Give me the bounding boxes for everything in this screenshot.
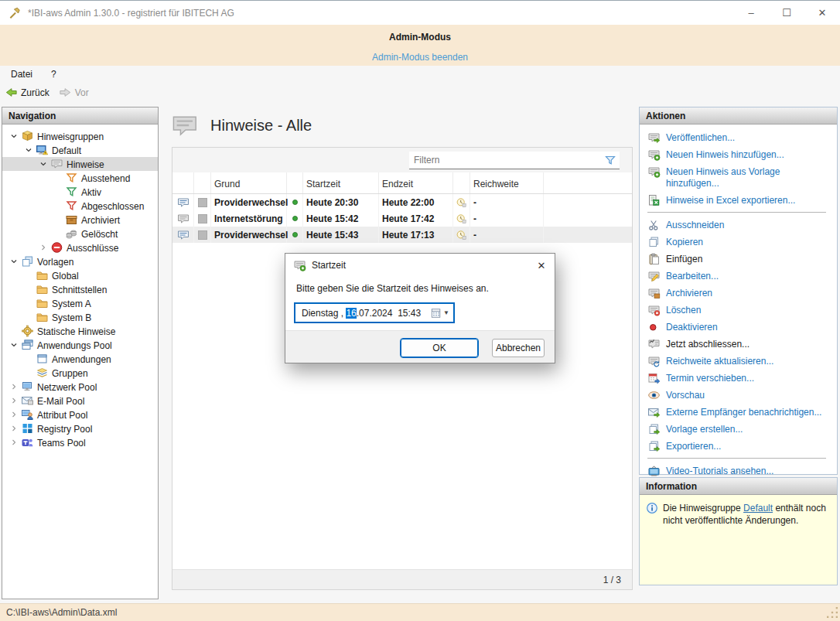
nav-item-statische-hinweise[interactable]: Statische Hinweise bbox=[2, 324, 158, 338]
actions-overflow-indicator[interactable]: ... bbox=[640, 466, 837, 473]
calendar-dropdown[interactable]: ▼ bbox=[431, 308, 453, 319]
resize-grip[interactable] bbox=[827, 607, 838, 618]
action-vorschau[interactable]: Vorschau bbox=[647, 390, 826, 401]
nav-item-system-a[interactable]: System A bbox=[2, 296, 158, 310]
nav-item-gelöscht[interactable]: Gelöscht bbox=[2, 227, 158, 241]
chevron-right-icon[interactable] bbox=[36, 242, 50, 253]
menu-help[interactable]: ? bbox=[42, 66, 66, 83]
actions-list: Veröffentlichen...Neuen Hinweis hinzufüg… bbox=[640, 125, 837, 477]
action-bearbeiten[interactable]: Bearbeiten... bbox=[647, 271, 826, 282]
chevron-down-icon[interactable] bbox=[7, 131, 21, 142]
chevron-down-icon[interactable] bbox=[36, 159, 50, 169]
nav-item-anwendungen[interactable]: Anwendungen bbox=[2, 352, 158, 366]
col-startzeit[interactable]: Startzeit bbox=[303, 172, 379, 193]
default-group-link[interactable]: Default bbox=[743, 503, 773, 514]
nav-item-abgeschlossen[interactable]: Abgeschlossen bbox=[2, 199, 158, 213]
date-selected-part[interactable]: 16 bbox=[346, 308, 356, 319]
minimize-button[interactable]: – bbox=[733, 1, 769, 25]
action-vorlage-erstellen[interactable]: Vorlage erstellen... bbox=[647, 424, 826, 435]
table-cell bbox=[287, 210, 303, 227]
action-neuen-hinweis-aus-vorlage-hinzufügen[interactable]: Neuen Hinweis aus Vorlage hinzufügen... bbox=[647, 166, 826, 189]
action-kopieren[interactable]: Kopieren bbox=[647, 237, 826, 248]
action-jetzt-abschliessen[interactable]: Jetzt abschliessen... bbox=[647, 339, 826, 350]
registry-icon bbox=[21, 422, 34, 435]
hint-gray-icon bbox=[176, 213, 190, 225]
close-button[interactable]: ✕ bbox=[804, 1, 840, 25]
nav-item-hinweise[interactable]: Hinweise bbox=[2, 157, 158, 171]
col-grund[interactable]: Grund bbox=[211, 172, 287, 193]
chevron-down-icon[interactable] bbox=[7, 256, 21, 267]
ok-button[interactable]: OK bbox=[401, 339, 478, 357]
forward-button[interactable]: Vor bbox=[54, 84, 94, 101]
chevron-right-icon[interactable] bbox=[7, 409, 21, 420]
col-reichweite[interactable]: Reichweite bbox=[470, 172, 544, 193]
nav-item-default[interactable]: Default bbox=[2, 143, 158, 157]
action-ausschneiden[interactable]: Ausschneiden bbox=[647, 220, 826, 231]
table-row[interactable]: ProviderwechselHeute 15:43Heute 17:13- bbox=[172, 227, 632, 243]
nav-item-teams-pool[interactable]: Teams Pool bbox=[2, 435, 158, 449]
nav-item-ausschlüsse[interactable]: Ausschlüsse bbox=[2, 241, 158, 254]
nav-item-gruppen[interactable]: Gruppen bbox=[2, 366, 158, 380]
expander-spacer bbox=[51, 172, 65, 183]
action-einfügen[interactable]: Einfügen bbox=[647, 254, 826, 265]
chevron-down-icon[interactable] bbox=[7, 340, 21, 350]
nav-item-vorlagen[interactable]: Vorlagen bbox=[2, 254, 158, 268]
nav-item-aktiv[interactable]: Aktiv bbox=[2, 185, 158, 199]
time-part[interactable]: 15:43 bbox=[398, 308, 421, 319]
nav-item-attribut-pool[interactable]: Attribut Pool bbox=[2, 408, 158, 421]
nav-item-hinweisgruppen[interactable]: Hinweisgruppen bbox=[2, 129, 158, 143]
action-exportieren[interactable]: Exportieren... bbox=[647, 441, 826, 452]
nav-item-netzwerk-pool[interactable]: Netzwerk Pool bbox=[2, 380, 158, 394]
table-row[interactable]: ProviderwechselHeute 20:30Heute 22:00- bbox=[172, 194, 632, 210]
action-deaktivieren[interactable]: Deaktivieren bbox=[647, 322, 826, 333]
chevron-right-icon[interactable] bbox=[7, 437, 21, 448]
table-cell bbox=[172, 210, 194, 227]
action-termin-verschieben[interactable]: Termin verschieben... bbox=[647, 373, 826, 384]
nav-item-label: Archiviert bbox=[81, 214, 120, 226]
action-label: Deaktivieren bbox=[666, 322, 718, 333]
action-label: Termin verschieben... bbox=[666, 373, 754, 384]
dialog-close-button[interactable]: ✕ bbox=[528, 254, 555, 277]
chevron-down-icon[interactable] bbox=[22, 145, 36, 155]
datetime-picker[interactable]: Dienstag , 16.07.2024 15:43 ▼ bbox=[295, 303, 454, 322]
chevron-right-icon[interactable] bbox=[7, 423, 21, 434]
nav-item-system-b[interactable]: System B bbox=[2, 310, 158, 324]
nav-item-anwendungs-pool[interactable]: Anwendungs Pool bbox=[2, 338, 158, 352]
nav-item-registry-pool[interactable]: Registry Pool bbox=[2, 421, 158, 435]
filter-input[interactable] bbox=[409, 155, 604, 165]
col-endzeit[interactable]: Endzeit bbox=[379, 172, 453, 193]
action-archivieren[interactable]: Archivieren bbox=[647, 288, 826, 299]
admin-mode-exit-link[interactable]: Admin-Modus beenden bbox=[372, 52, 468, 63]
chevron-right-icon[interactable] bbox=[7, 381, 21, 392]
table-cell bbox=[453, 194, 470, 210]
action-veröffentlichen[interactable]: Veröffentlichen... bbox=[647, 132, 826, 144]
action-reichweite-aktualisieren[interactable]: Reichweite aktualisieren... bbox=[647, 356, 826, 367]
back-button[interactable]: Zurück bbox=[0, 84, 54, 101]
action-löschen[interactable]: Löschen bbox=[647, 305, 826, 316]
date-rest-part[interactable]: .07.2024 bbox=[357, 308, 393, 319]
date-day-part[interactable]: Dienstag bbox=[302, 308, 338, 319]
nav-item-global[interactable]: Global bbox=[2, 268, 158, 282]
menu-bar: Datei ? bbox=[0, 66, 840, 83]
filter-funnel-icon[interactable] bbox=[604, 154, 616, 166]
deleted-cylinders-icon bbox=[65, 227, 78, 240]
cancel-button[interactable]: Abbrechen bbox=[492, 339, 545, 357]
nav-item-ausstehend[interactable]: Ausstehend bbox=[2, 171, 158, 185]
chevron-right-icon[interactable] bbox=[7, 395, 21, 406]
table-row[interactable]: InternetstörungHeute 15:42Heute 17:42- bbox=[172, 210, 632, 227]
action-label: Vorlage erstellen... bbox=[666, 424, 743, 435]
forward-arrow-icon bbox=[59, 87, 72, 98]
refresh-reach-icon bbox=[647, 355, 661, 367]
nav-item-schnittstellen[interactable]: Schnittstellen bbox=[2, 282, 158, 296]
nav-item-e-mail-pool[interactable]: E-Mail Pool bbox=[2, 394, 158, 408]
table-header: Grund Startzeit Endzeit Reichweite bbox=[172, 172, 632, 194]
menu-datei[interactable]: Datei bbox=[0, 66, 42, 83]
maximize-button[interactable]: ☐ bbox=[769, 1, 804, 25]
nav-item-archiviert[interactable]: Archiviert bbox=[2, 213, 158, 227]
exclude-icon bbox=[50, 241, 63, 254]
action-hinweise-in-excel-exportieren[interactable]: Hinweise in Excel exportieren... bbox=[647, 195, 826, 206]
dialog-title-bar[interactable]: Startzeit ✕ bbox=[285, 254, 555, 277]
table-cell bbox=[287, 227, 303, 243]
action-externe-empfänger-benachrichtigen[interactable]: Externe Empfänger benachrichtigen... bbox=[647, 407, 826, 418]
action-neuen-hinweis-hinzufügen[interactable]: Neuen Hinweis hinzufügen... bbox=[647, 149, 826, 161]
